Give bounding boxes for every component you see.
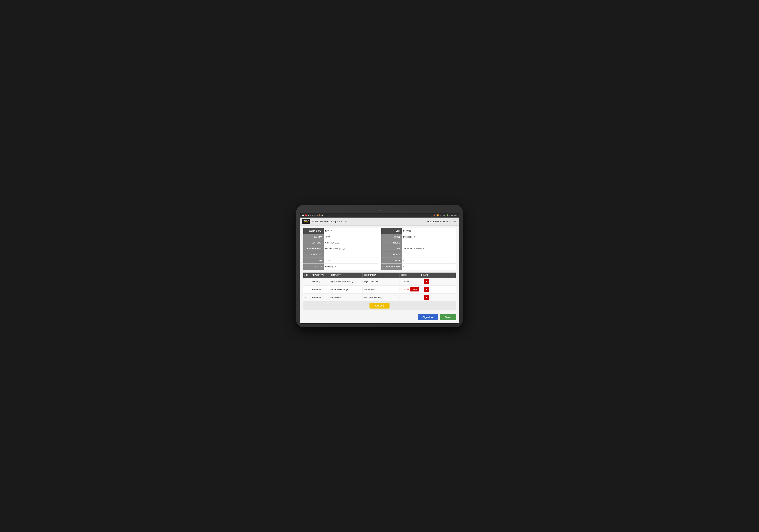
footer-buttons: Signature Save bbox=[303, 312, 456, 322]
clock-time: 8:58 PM bbox=[449, 214, 457, 217]
wifi-icon: 📶 bbox=[436, 214, 439, 217]
repair-type-label: REPAIR TYPE bbox=[303, 252, 324, 258]
customer-label: CUSTOMER bbox=[303, 240, 324, 246]
repair-type-row: REPAIR TYPE bbox=[303, 252, 378, 258]
job-clock-cell: 00:00:08 bbox=[400, 279, 420, 284]
jobs-table: JOB REPAIR TYPE COMPLAINT DESCRIPTION CL… bbox=[303, 272, 456, 310]
job-clock-value: 00:00:08 bbox=[401, 280, 409, 283]
form-right-column: UNIT SHAWN MODEL Peterbilt 340 ENGINE VI… bbox=[381, 228, 456, 269]
company-logo: RUSH TRUCK CENTERS bbox=[302, 219, 310, 224]
customer-loc-text: Main Location bbox=[325, 248, 338, 250]
job-number: 2 bbox=[303, 287, 311, 292]
job-delete-cell: X bbox=[420, 286, 433, 293]
add-job-button[interactable]: Add Job bbox=[370, 303, 389, 308]
header-complaint: COMPLAINT bbox=[329, 272, 363, 278]
location-icon[interactable]: ◎ bbox=[339, 247, 341, 250]
vin-value[interactable]: 2NPRLN0X49M783616 bbox=[402, 246, 456, 252]
signature-button[interactable]: Signature bbox=[418, 314, 438, 320]
tablet-screen: 💬 ❤️ ⬇ ⬇ ⬇ 📷 ⚠ 📦 📋 🔇 📶 100% 🔋 8:58 PM RU… bbox=[300, 213, 459, 324]
work-order-row: WORK ORDER SANT7 bbox=[303, 228, 378, 234]
volume-icon: 🔇 bbox=[433, 214, 435, 217]
scroll-indicator bbox=[335, 266, 336, 267]
engine-row: ENGINE bbox=[381, 240, 456, 246]
sap-ro-label: SAP R.O. bbox=[303, 234, 324, 240]
status-label: STATUS bbox=[303, 264, 324, 269]
delete-job-button[interactable]: X bbox=[424, 287, 429, 292]
customer-value[interactable]: C&K RENTALS bbox=[324, 240, 378, 246]
job-repair-type: Mobile PM bbox=[311, 295, 329, 300]
miles-value[interactable]: 0 bbox=[402, 258, 456, 264]
status-icons: 💬 ❤️ ⬇ ⬇ ⬇ 📷 ⚠ 📦 📋 bbox=[302, 214, 323, 217]
status-value[interactable]: Working bbox=[324, 264, 378, 269]
engine-label: ENGINE bbox=[381, 240, 402, 246]
job-repair-type: Mobile PM bbox=[311, 287, 329, 292]
sap-ro-value[interactable]: 7890 bbox=[324, 234, 378, 240]
front-camera bbox=[379, 210, 380, 211]
job-clock-cell bbox=[400, 296, 420, 299]
work-order-value[interactable]: SANT7 bbox=[324, 228, 378, 234]
model-value[interactable]: Peterbilt 340 bbox=[402, 234, 456, 240]
status-bar: 💬 ❤️ ⬇ ⬇ ⬇ 📷 ⚠ 📦 📋 🔇 📶 100% 🔋 8:58 PM bbox=[300, 214, 459, 218]
vin-label: VIN bbox=[381, 246, 402, 252]
form-left-column: WORK ORDER SANT7 SAP R.O. 7890 CUSTOMER … bbox=[303, 228, 378, 269]
model-row: MODEL Peterbilt 340 bbox=[381, 234, 456, 240]
unit-label: UNIT bbox=[381, 228, 402, 234]
table-row: 1 Warranty Right Wheel Seal leaking Keys… bbox=[303, 278, 456, 286]
model-label: MODEL bbox=[381, 234, 402, 240]
battery-level: 100% bbox=[440, 214, 445, 217]
stop-clock-button[interactable]: Stop bbox=[410, 287, 419, 292]
camera-bar bbox=[300, 209, 459, 212]
menu-button[interactable]: ⋮ bbox=[453, 220, 457, 223]
engine-num-row: ENGINE # bbox=[381, 252, 456, 258]
po-value[interactable]: 1234 bbox=[324, 258, 378, 264]
header-clock: CLOCK bbox=[400, 272, 420, 278]
delete-job-button[interactable]: X bbox=[424, 279, 429, 284]
save-button[interactable]: Save bbox=[440, 314, 456, 320]
logo-centers-text: CENTERS bbox=[303, 223, 309, 224]
tablet-device: 💬 ❤️ ⬇ ⬇ ⬇ 📷 ⚠ 📦 📋 🔇 📶 100% 🔋 8:58 PM RU… bbox=[296, 205, 463, 327]
table-row: 2 Mobile PM Perform Oil Change use premi… bbox=[303, 286, 456, 294]
repair-type-value[interactable] bbox=[324, 252, 378, 258]
engine-hours-label: ENGINE HOURS bbox=[381, 264, 402, 269]
customer-loc-value[interactable]: Main Location ◎ 🗒 bbox=[324, 246, 378, 252]
job-complaint: Perform Oil Change bbox=[329, 287, 363, 292]
work-order-label: WORK ORDER bbox=[303, 228, 324, 234]
header-description: DESCRIPTION bbox=[363, 272, 400, 278]
engine-hours-value[interactable]: 0 bbox=[402, 264, 456, 269]
job-delete-cell: X bbox=[420, 278, 433, 285]
job-clock-running: 00:00:07 bbox=[401, 288, 409, 291]
table-row: 3 Mobile PM tire rotation loss of fuel e… bbox=[303, 294, 456, 302]
status-left-icons: 💬 ❤️ ⬇ ⬇ ⬇ 📷 ⚠ 📦 📋 bbox=[302, 214, 323, 217]
job-clock-cell: 00:00:07 Stop bbox=[400, 286, 420, 293]
app-title: Mobile Service Management 1.0.2 bbox=[312, 220, 427, 223]
po-row: P.O. 1234 bbox=[303, 258, 378, 264]
battery-icon: 🔋 bbox=[446, 214, 448, 217]
logo-truck-text: TRUCK bbox=[304, 221, 309, 223]
miles-label: MILES bbox=[381, 258, 402, 264]
add-job-row: Add Job bbox=[303, 302, 456, 310]
work-order-form: WORK ORDER SANT7 SAP R.O. 7890 CUSTOMER … bbox=[303, 228, 456, 270]
engine-value[interactable] bbox=[402, 240, 456, 246]
job-complaint: tire rotation bbox=[329, 295, 363, 300]
job-number: 1 bbox=[303, 279, 311, 284]
job-repair-type: Warranty bbox=[311, 279, 329, 284]
status-row: STATUS Working bbox=[303, 264, 378, 269]
status-right-info: 🔇 📶 100% 🔋 8:58 PM bbox=[433, 214, 457, 217]
note-icon[interactable]: 🗒 bbox=[342, 247, 345, 250]
sap-ro-row: SAP R.O. 7890 bbox=[303, 234, 378, 240]
customer-loc-row: CUSTOMER LOC Main Location ◎ 🗒 bbox=[303, 246, 378, 252]
engine-num-label: ENGINE # bbox=[381, 252, 402, 258]
job-number: 3 bbox=[303, 295, 311, 300]
app-header: RUSH TRUCK CENTERS Mobile Service Manage… bbox=[300, 218, 459, 226]
engine-num-value[interactable] bbox=[402, 252, 456, 258]
welcome-message: Welcome Paul Francis bbox=[426, 220, 451, 223]
unit-value[interactable]: SHAWN bbox=[402, 228, 456, 234]
delete-job-button[interactable]: X bbox=[424, 295, 429, 300]
unit-row: UNIT SHAWN bbox=[381, 228, 456, 234]
po-label: P.O. bbox=[303, 258, 324, 264]
main-content: WORK ORDER SANT7 SAP R.O. 7890 CUSTOMER … bbox=[300, 226, 459, 323]
logo-rush-text: RUSH bbox=[303, 220, 309, 221]
job-complaint: Right Wheel Seal leaking bbox=[329, 279, 363, 284]
customer-loc-label: CUSTOMER LOC bbox=[303, 246, 324, 252]
job-description: use premium! bbox=[363, 287, 400, 292]
